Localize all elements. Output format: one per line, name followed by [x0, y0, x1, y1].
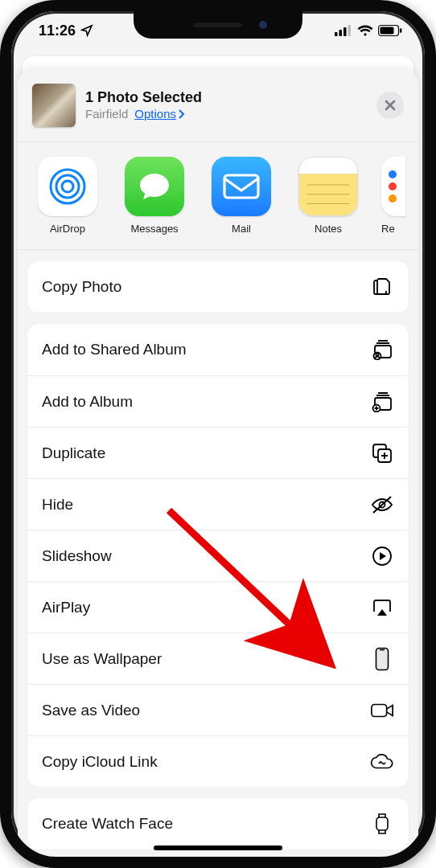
- hide-icon: [370, 493, 394, 517]
- svg-rect-0: [335, 32, 338, 36]
- battery-icon: [378, 25, 402, 36]
- action-shared-album[interactable]: Add to Shared Album: [27, 324, 409, 375]
- action-save-video[interactable]: Save as Video: [27, 684, 409, 735]
- svg-rect-1: [339, 30, 343, 36]
- copy-photo-icon: [370, 275, 394, 299]
- wifi-icon: [357, 25, 373, 36]
- share-app-messages[interactable]: Messages: [121, 157, 188, 235]
- notes-icon: [299, 157, 357, 216]
- chevron-right-icon: [178, 109, 185, 119]
- status-time: 11:26: [39, 23, 76, 39]
- add-album-icon: [370, 390, 394, 414]
- action-label: Create Watch Face: [42, 815, 173, 833]
- action-label: AirPlay: [42, 599, 90, 616]
- actions-scroll[interactable]: Copy Photo Add to Shared Album: [18, 250, 418, 857]
- action-wallpaper[interactable]: Use as Wallpaper: [27, 633, 409, 684]
- phone-frame: 11:26: [0, 0, 436, 868]
- action-duplicate[interactable]: Duplicate: [27, 427, 409, 478]
- app-label: Notes: [294, 223, 362, 235]
- action-group-2: Add to Shared Album Add t: [27, 324, 409, 787]
- app-share-row[interactable]: AirDrop Messages M: [18, 142, 418, 250]
- svg-rect-28: [376, 648, 389, 669]
- video-icon: [370, 698, 394, 723]
- app-label: Re: [381, 223, 405, 235]
- action-slideshow[interactable]: Slideshow: [27, 530, 409, 581]
- svg-point-7: [62, 181, 73, 192]
- close-button[interactable]: [376, 92, 404, 119]
- action-label: Save as Video: [42, 702, 140, 719]
- svg-rect-3: [348, 25, 352, 36]
- svg-rect-10: [224, 175, 258, 198]
- action-watch-face[interactable]: Create Watch Face: [27, 798, 409, 850]
- airdrop-icon: [46, 165, 89, 208]
- svg-point-8: [56, 175, 79, 198]
- messages-icon: [135, 167, 174, 206]
- action-group-1: Copy Photo: [27, 261, 409, 313]
- action-label: Slideshow: [42, 547, 112, 565]
- sheet-location: Fairfield: [85, 107, 128, 122]
- shared-album-icon: [370, 338, 394, 362]
- share-app-notes[interactable]: Notes: [294, 157, 362, 235]
- share-app-airdrop[interactable]: AirDrop: [34, 157, 101, 235]
- action-add-album[interactable]: Add to Album: [27, 375, 409, 427]
- duplicate-icon: [370, 441, 394, 465]
- action-hide[interactable]: Hide: [27, 478, 409, 530]
- app-label: AirDrop: [34, 223, 101, 235]
- watch-icon: [370, 812, 394, 836]
- share-app-reminders[interactable]: Re: [381, 157, 405, 235]
- reminders-icon: [385, 166, 402, 207]
- svg-rect-6: [400, 28, 401, 33]
- action-label: Copy Photo: [42, 278, 121, 296]
- options-link[interactable]: Options: [134, 107, 185, 122]
- svg-point-16: [389, 182, 397, 190]
- svg-rect-5: [380, 27, 394, 35]
- action-icloud-link[interactable]: Copy iCloud Link: [27, 735, 409, 787]
- app-label: Mail: [208, 223, 275, 235]
- svg-point-15: [389, 170, 397, 178]
- sheet-header: 1 Photo Selected Fairfield Options: [18, 71, 418, 142]
- svg-rect-31: [376, 817, 388, 830]
- home-indicator[interactable]: [154, 845, 282, 850]
- action-label: Add to Album: [42, 393, 133, 411]
- action-label: Duplicate: [42, 444, 105, 462]
- svg-rect-30: [372, 704, 387, 716]
- close-icon: [385, 100, 396, 111]
- svg-point-17: [389, 194, 397, 203]
- airplay-icon: [370, 596, 394, 620]
- action-label: Add to Shared Album: [42, 341, 187, 358]
- icloud-link-icon: [370, 750, 394, 774]
- cellular-icon: [335, 25, 352, 36]
- share-app-mail[interactable]: Mail: [208, 157, 275, 235]
- action-copy-photo[interactable]: Copy Photo: [27, 261, 409, 313]
- mail-icon: [221, 172, 261, 201]
- share-sheet: 1 Photo Selected Fairfield Options: [18, 71, 418, 857]
- location-arrow-icon: [80, 24, 93, 37]
- svg-rect-2: [343, 27, 347, 36]
- action-label: Hide: [42, 496, 73, 514]
- notch: [134, 11, 302, 39]
- action-group-3: Create Watch Face: [27, 798, 409, 850]
- action-label: Copy iCloud Link: [42, 753, 158, 771]
- sheet-title: 1 Photo Selected: [85, 88, 367, 107]
- wallpaper-icon: [370, 647, 394, 671]
- app-label: Messages: [121, 223, 188, 235]
- action-label: Use as Wallpaper: [42, 650, 162, 668]
- action-airplay[interactable]: AirPlay: [27, 581, 409, 633]
- slideshow-icon: [370, 544, 394, 568]
- photo-thumbnail[interactable]: [32, 84, 76, 127]
